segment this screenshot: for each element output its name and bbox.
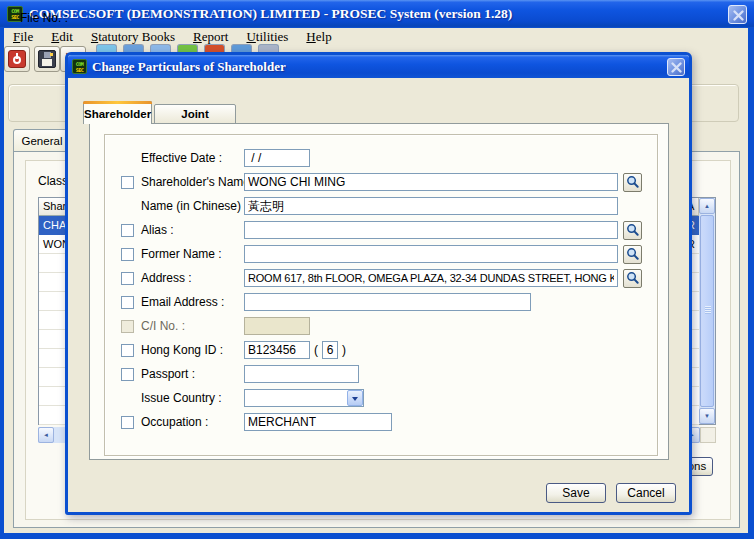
occupation-input[interactable]: [244, 413, 392, 431]
window-border-bottom: [0, 533, 754, 539]
class-label: Class: [38, 174, 68, 188]
cancel-button[interactable]: Cancel: [616, 483, 676, 503]
field-row-passport: Passport :: [90, 365, 668, 384]
passport-input[interactable]: [244, 365, 359, 383]
shareholder-tab-page: Effective Date : Shareholder's Name :: [89, 123, 669, 460]
occupation-label: Occupation :: [141, 413, 208, 432]
exit-button[interactable]: [4, 46, 30, 72]
field-row-email: Email Address :: [90, 293, 668, 312]
shareholder-name-checkbox[interactable]: [121, 176, 134, 189]
vertical-scrollbar[interactable]: ▲ ▼: [699, 198, 715, 424]
alias-input[interactable]: [244, 221, 618, 239]
menu-help[interactable]: Help: [297, 29, 340, 45]
field-row-former-name: Former Name :: [90, 245, 668, 264]
address-input[interactable]: [244, 269, 618, 287]
save-toolbar-button[interactable]: [34, 46, 60, 72]
save-button[interactable]: Save: [546, 483, 606, 503]
menu-report[interactable]: Report: [184, 29, 237, 45]
window-close-button[interactable]: [728, 5, 747, 24]
alias-label: Alias :: [141, 221, 174, 240]
field-row-shareholder-name: Shareholder's Name :: [90, 173, 668, 192]
tab-shareholder[interactable]: Shareholder: [83, 101, 152, 124]
floppy-icon: [38, 50, 56, 68]
effective-date-input[interactable]: [244, 149, 310, 167]
hkid-check-digit-input[interactable]: [322, 341, 338, 359]
passport-checkbox[interactable]: [121, 368, 134, 381]
email-label: Email Address :: [141, 293, 224, 312]
field-row-alias: Alias :: [90, 221, 668, 240]
address-lookup-button[interactable]: [623, 269, 642, 288]
hkid-paren-open: (: [314, 341, 318, 359]
issue-country-select[interactable]: [244, 389, 364, 407]
field-row-chinese-name: Name (in Chinese) :: [90, 197, 668, 216]
email-input[interactable]: [244, 293, 531, 311]
ci-no-checkbox: [121, 320, 134, 333]
change-particulars-dialog: COM SEC Change Particulars of Shareholde…: [65, 52, 692, 515]
close-icon: [670, 61, 683, 74]
hkid-paren-close: ): [342, 341, 346, 359]
field-row-hkid: Hong Kong ID : ( ): [90, 341, 668, 360]
field-row-issue-country: Issue Country :: [90, 389, 668, 408]
field-row-address: Address :: [90, 269, 668, 288]
tab-general[interactable]: General: [13, 129, 71, 152]
menu-file[interactable]: File: [4, 29, 42, 45]
passport-label: Passport :: [141, 365, 195, 384]
shareholder-name-lookup-button[interactable]: [623, 173, 642, 192]
menu-edit[interactable]: Edit: [42, 29, 82, 45]
chinese-name-input[interactable]: [244, 197, 618, 215]
scroll-up-icon[interactable]: ▲: [699, 198, 715, 214]
window-title: COMSECSOFT (DEMONSTRATION) LIMITED - PRO…: [29, 6, 722, 22]
chevron-down-icon[interactable]: [347, 390, 363, 406]
hkid-input[interactable]: [244, 341, 310, 359]
occupation-checkbox[interactable]: [121, 416, 134, 429]
magnifier-icon: [625, 270, 640, 285]
shareholder-name-label: Shareholder's Name :: [141, 173, 257, 192]
scrollbar-thumb[interactable]: [700, 215, 714, 407]
file-no-label: File No. :: [20, 11, 68, 25]
dialog-close-button[interactable]: [667, 58, 685, 76]
shareholder-name-input[interactable]: [244, 173, 618, 191]
dialog-title: Change Particulars of Shareholder: [92, 59, 662, 75]
magnifier-icon: [625, 246, 640, 261]
window-border-right: [748, 28, 754, 539]
issue-country-label: Issue Country :: [141, 389, 222, 408]
hkid-label: Hong Kong ID :: [141, 341, 223, 360]
menu-utilities[interactable]: Utilities: [237, 29, 297, 45]
effective-date-label: Effective Date :: [141, 149, 222, 168]
alias-checkbox[interactable]: [121, 224, 134, 237]
scroll-down-icon[interactable]: ▼: [699, 408, 715, 424]
magnifier-icon: [625, 174, 640, 189]
main-titlebar: COM SEC COMSECSOFT (DEMONSTRATION) LIMIT…: [0, 0, 754, 28]
alias-lookup-button[interactable]: [623, 221, 642, 240]
field-row-ci-no: C/I No. :: [90, 317, 668, 336]
close-icon: [732, 9, 745, 22]
dialog-titlebar: COM SEC Change Particulars of Shareholde…: [68, 55, 689, 78]
magnifier-icon: [625, 222, 640, 237]
chinese-name-label: Name (in Chinese) :: [141, 197, 248, 216]
ci-no-label: C/I No. :: [141, 317, 185, 336]
tab-joint-shareholder[interactable]: Joint Shareholder: [154, 104, 236, 124]
address-label: Address :: [141, 269, 192, 288]
dialog-body: Shareholder Joint Shareholder Effective …: [68, 78, 689, 512]
power-icon: [8, 50, 26, 68]
email-checkbox[interactable]: [121, 296, 134, 309]
hkid-checkbox[interactable]: [121, 344, 134, 357]
field-row-occupation: Occupation :: [90, 413, 668, 432]
ci-no-input: [244, 317, 310, 335]
scroll-left-icon[interactable]: ◄: [38, 427, 54, 443]
former-name-label: Former Name :: [141, 245, 222, 264]
field-row-effective-date: Effective Date :: [90, 149, 668, 168]
address-checkbox[interactable]: [121, 272, 134, 285]
menu-statutory-books[interactable]: Statutory Books: [82, 29, 184, 45]
former-name-lookup-button[interactable]: [623, 245, 642, 264]
former-name-input[interactable]: [244, 245, 618, 263]
scrollbar-corner: [700, 427, 716, 443]
application-window: COM SEC COMSECSOFT (DEMONSTRATION) LIMIT…: [0, 0, 754, 539]
menu-bar: File Edit Statutory Books Report Utiliti…: [4, 28, 749, 45]
former-name-checkbox[interactable]: [121, 248, 134, 261]
window-border-left: [0, 28, 4, 539]
dialog-logo-icon: COM SEC: [72, 59, 87, 74]
